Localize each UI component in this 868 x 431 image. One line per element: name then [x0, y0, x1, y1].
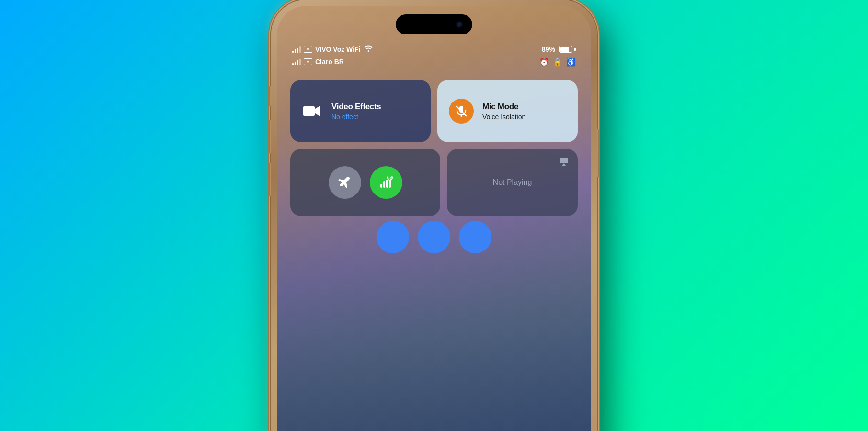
svg-rect-6 — [386, 180, 388, 188]
orientation-lock-icon: 🔒 — [553, 57, 562, 67]
volume-down-button[interactable] — [269, 163, 271, 196]
mic-mode-tile[interactable]: Mic Mode Voice Isolation — [437, 80, 578, 142]
dynamic-island — [396, 14, 472, 34]
tiles-row2: ((·)) Not Playing — [290, 149, 578, 216]
tiles-row1: Video Effects No effect — [290, 80, 578, 142]
bottom-circle-3[interactable] — [459, 221, 491, 253]
video-effects-title: Video Effects — [331, 102, 381, 112]
signal-bars-1 — [292, 46, 301, 53]
video-camera-icon — [302, 101, 323, 122]
status-left-row2: M Claro BR — [292, 58, 344, 66]
status-bar: V VIVO Voz WiFi 89% — [277, 43, 591, 68]
mic-mode-text: Mic Mode Voice Isolation — [482, 102, 525, 121]
phone-frame: V VIVO Voz WiFi 89% — [271, 0, 597, 431]
svg-rect-5 — [383, 181, 385, 188]
bottom-row — [290, 223, 578, 251]
airplay-icon — [559, 157, 569, 169]
battery-icon — [559, 46, 576, 53]
tiles-row3 — [290, 223, 578, 251]
status-row2: M Claro BR ⏰ 🔒 ♿ — [292, 56, 576, 68]
video-effects-text: Video Effects No effect — [331, 102, 381, 121]
svg-rect-4 — [380, 184, 382, 188]
status-row1: V VIVO Voz WiFi 89% — [292, 43, 576, 56]
front-camera-dot — [457, 22, 462, 27]
carrier1-icon: V — [304, 46, 312, 53]
phone-wrapper: V VIVO Voz WiFi 89% — [271, 0, 597, 431]
media-tile[interactable]: Not Playing — [447, 149, 578, 216]
not-playing-label: Not Playing — [493, 178, 532, 187]
svg-rect-0 — [303, 106, 315, 116]
network-tile[interactable]: ((·)) — [290, 149, 440, 216]
mic-mode-title: Mic Mode — [482, 102, 525, 112]
airplane-mode-button[interactable] — [329, 166, 361, 199]
mic-mode-subtitle: Voice Isolation — [482, 113, 525, 121]
video-effects-tile[interactable]: Video Effects No effect — [290, 80, 431, 142]
battery-percent: 89% — [542, 45, 555, 53]
mic-slash-icon — [449, 99, 474, 124]
phone-screen: V VIVO Voz WiFi 89% — [277, 6, 591, 431]
control-center: Video Effects No effect — [290, 80, 578, 251]
carrier2-icon: M — [304, 58, 312, 65]
status-right-row2: ⏰ 🔒 ♿ — [539, 57, 576, 67]
volume-up-button[interactable] — [269, 120, 271, 153]
power-button[interactable] — [597, 129, 599, 177]
accessibility-icon: ♿ — [566, 57, 576, 67]
cellular-button[interactable]: ((·)) — [370, 166, 402, 199]
background: V VIVO Voz WiFi 89% — [271, 0, 597, 431]
alarm-icon: ⏰ — [539, 57, 549, 67]
svg-text:((·)): ((·)) — [388, 177, 392, 180]
signal-bars-2 — [292, 58, 301, 65]
wifi-icon — [364, 45, 373, 54]
carrier1-name: VIVO Voz WiFi — [315, 45, 361, 53]
carrier2-name: Claro BR — [315, 58, 344, 66]
video-effects-subtitle: No effect — [331, 113, 381, 121]
mute-switch[interactable] — [269, 86, 271, 106]
bottom-circle-2[interactable] — [418, 221, 450, 253]
bottom-circle-1[interactable] — [377, 221, 409, 253]
status-left-row1: V VIVO Voz WiFi — [292, 45, 373, 54]
status-right-row1: 89% — [542, 45, 576, 53]
